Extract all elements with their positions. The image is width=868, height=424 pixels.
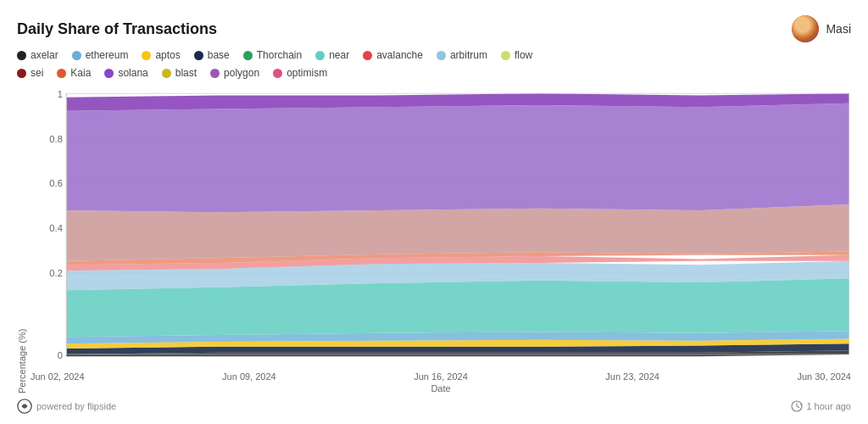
legend-item-avalanche: avalanche [363, 49, 423, 61]
legend-label: Thorchain [257, 49, 302, 61]
brand-label: powered by flipside [36, 401, 116, 411]
legend-dot [57, 69, 66, 78]
legend-dot [194, 51, 203, 60]
svg-marker-21 [66, 204, 849, 261]
flipside-logo: powered by flipside [17, 399, 116, 414]
legend-dot [17, 69, 26, 78]
legend-item-near: near [315, 49, 349, 61]
legend-label: axelar [31, 49, 58, 61]
legend-item-solana: solana [104, 67, 147, 79]
legend-label: Kaia [70, 67, 91, 79]
x-tick-1: Jun 09, 2024 [222, 371, 276, 382]
y-axis-label: Percentage (%) [17, 86, 27, 393]
legend-item-Kaia: Kaia [57, 67, 91, 79]
legend-item-Thorchain: Thorchain [243, 49, 302, 61]
legend-dot [162, 69, 171, 78]
legend-dot [72, 51, 81, 60]
time-ago-label: 1 hour ago [806, 401, 851, 411]
legend-label: ethereum [86, 49, 129, 61]
svg-marker-22 [66, 103, 849, 213]
legend-label: aptos [155, 49, 180, 61]
legend-label: sei [31, 67, 43, 79]
x-tick-2: Jun 16, 2024 [414, 371, 468, 382]
legend-label: avalanche [376, 49, 423, 61]
username: Masi [826, 22, 851, 36]
legend: axelarethereumaptosbaseThorchainnearaval… [17, 49, 851, 79]
chart-svg: 1 0.8 0.6 0.4 0.2 0 [31, 86, 851, 368]
svg-text:0: 0 [58, 349, 63, 360]
user-info: Masi [792, 15, 851, 42]
legend-item-polygon: polygon [210, 67, 259, 79]
legend-label: optimism [287, 67, 327, 79]
legend-label: blast [175, 67, 197, 79]
legend-label: near [329, 49, 349, 61]
legend-item-base: base [194, 49, 230, 61]
page-title: Daily Share of Transactions [17, 20, 217, 38]
legend-dot [243, 51, 253, 60]
legend-item-axelar: axelar [17, 49, 58, 61]
svg-text:0.2: 0.2 [49, 268, 62, 278]
svg-text:0.4: 0.4 [49, 223, 62, 233]
legend-item-blast: blast [162, 67, 197, 79]
svg-text:0.8: 0.8 [49, 133, 62, 143]
legend-dot [501, 51, 510, 60]
legend-label: flow [515, 49, 532, 61]
legend-dot [315, 51, 325, 60]
legend-item-ethereum: ethereum [72, 49, 129, 61]
clock-icon [791, 400, 803, 412]
legend-label: arbitrum [450, 49, 487, 61]
x-tick-3: Jun 23, 2024 [605, 371, 659, 382]
legend-dot [363, 51, 372, 60]
svg-text:0.6: 0.6 [49, 178, 62, 188]
avatar [792, 15, 819, 42]
x-axis-title: Date [431, 383, 450, 393]
x-axis-labels: Jun 02, 2024Jun 09, 2024Jun 16, 2024Jun … [31, 368, 851, 382]
legend-item-sei: sei [17, 67, 43, 79]
footer: powered by flipside 1 hour ago [17, 399, 851, 414]
legend-dot [273, 69, 282, 78]
flipside-icon [17, 399, 32, 414]
legend-label: solana [118, 67, 147, 79]
legend-label: base [208, 49, 230, 61]
legend-dot [104, 69, 114, 78]
legend-item-optimism: optimism [273, 67, 327, 79]
legend-dot [17, 51, 26, 60]
legend-item-flow: flow [501, 49, 532, 61]
legend-item-arbitrum: arbitrum [437, 49, 487, 61]
legend-label: polygon [224, 67, 259, 79]
x-tick-0: Jun 02, 2024 [31, 371, 85, 382]
svg-text:1: 1 [58, 89, 63, 99]
legend-dot [210, 69, 220, 78]
legend-dot [142, 51, 151, 60]
time-ago: 1 hour ago [791, 400, 851, 412]
legend-dot [437, 51, 446, 60]
legend-item-aptos: aptos [142, 49, 180, 61]
x-tick-4: Jun 30, 2024 [797, 371, 851, 382]
